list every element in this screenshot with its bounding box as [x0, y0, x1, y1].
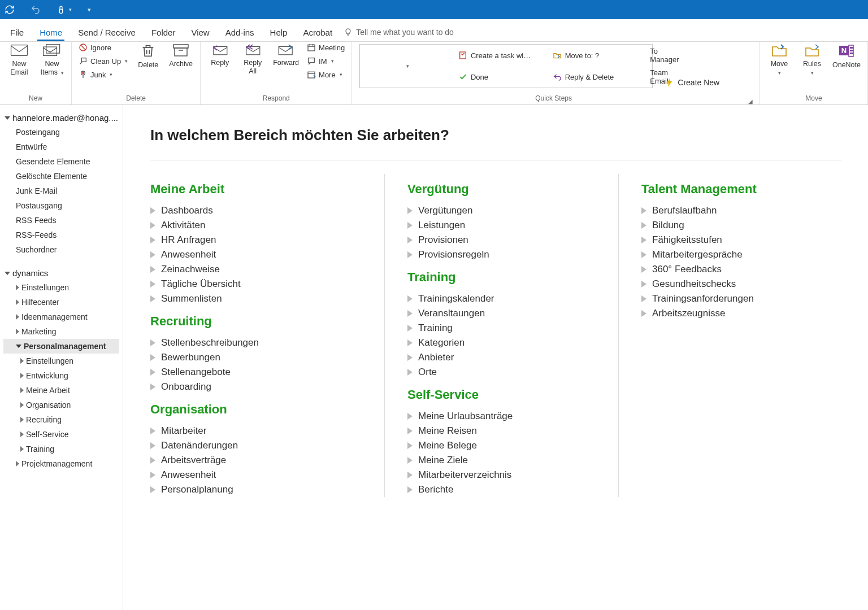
link-item[interactable]: Summenlisten [150, 291, 373, 306]
account-header[interactable]: hannelore.mader@honag.... [3, 111, 119, 125]
link-item[interactable]: Fähigkeitsstufen [641, 233, 841, 247]
nav-item[interactable]: Einstellungen [3, 280, 119, 295]
link-item[interactable]: Arbeitszeugnisse [641, 306, 841, 321]
tab-addins[interactable]: Add-ins [218, 23, 262, 41]
undo-button[interactable] [31, 5, 41, 15]
mail-folder[interactable]: RSS Feeds [3, 213, 119, 228]
link-item[interactable]: Meine Reisen [407, 424, 607, 438]
link-item[interactable]: Vergütungen [407, 203, 607, 218]
sync-button[interactable] [5, 5, 15, 15]
link-item[interactable]: Trainingskalender [407, 291, 607, 306]
nav-item[interactable]: Hilfecenter [3, 295, 119, 310]
qs-expand-button[interactable]: ▾ [359, 45, 454, 88]
link-item[interactable]: Bildung [641, 218, 841, 233]
link-item[interactable]: Tägliche Übersicht [150, 277, 373, 291]
link-item[interactable]: Gesundheitschecks [641, 277, 841, 291]
link-item[interactable]: HR Anfragen [150, 233, 373, 247]
tab-sendreceive[interactable]: Send / Receive [70, 23, 144, 41]
quicksteps-launcher[interactable]: ◢ [748, 98, 753, 104]
nav-subitem[interactable]: Meine Arbeit [3, 383, 119, 398]
link-item[interactable]: Arbeitsverträge [150, 453, 373, 468]
link-item[interactable]: Mitarbeitergespräche [641, 247, 841, 262]
mail-folder[interactable]: RSS-Feeds [3, 228, 119, 242]
link-item[interactable]: Personalplanung [150, 482, 373, 497]
tab-file[interactable]: File [2, 23, 32, 41]
link-item[interactable]: Zeinachweise [150, 262, 373, 277]
nav-personalmanagement[interactable]: Personalmanagement [3, 339, 119, 354]
link-item[interactable]: Kategorien [407, 336, 607, 350]
mail-folder[interactable]: Posteingang [3, 125, 119, 140]
rules-button[interactable]: Rules▾ [800, 43, 824, 77]
forward-button[interactable]: Forward [273, 43, 299, 67]
tab-view[interactable]: View [183, 23, 217, 41]
link-item[interactable]: Mitarbeiterverzeichnis [407, 468, 607, 482]
mail-folder[interactable]: Entwürfe [3, 140, 119, 154]
link-item[interactable]: Meine Belege [407, 438, 607, 453]
link-item[interactable]: Orte [407, 365, 607, 380]
link-item[interactable]: Training [407, 321, 607, 336]
mail-folder[interactable]: Suchordner [3, 242, 119, 257]
link-item[interactable]: Provisionsregeln [407, 247, 607, 262]
ignore-button[interactable]: Ignore [79, 43, 128, 52]
tell-me-search[interactable]: Tell me what you want to do [344, 28, 454, 41]
nav-item[interactable]: Marketing [3, 324, 119, 339]
mail-folder[interactable]: Gelöschte Elemente [3, 169, 119, 184]
qs-done[interactable]: Done [454, 66, 548, 88]
qat-customize-button[interactable]: ▾ [88, 6, 91, 14]
qs-create-new[interactable]: Create New [661, 78, 724, 90]
nav-subitem[interactable]: Training [3, 442, 119, 456]
reply-button[interactable]: Reply [207, 43, 232, 67]
link-item[interactable]: Stellenangebote [150, 365, 373, 380]
onenote-button[interactable]: N OneNote [832, 43, 861, 69]
link-item[interactable]: Stellenbeschreibungen [150, 336, 373, 350]
new-items-button[interactable]: New Items ▾ [40, 43, 64, 77]
archive-button[interactable]: Archive [168, 43, 193, 68]
link-item[interactable]: Berufslaufbahn [641, 203, 841, 218]
nav-subitem[interactable]: Organisation [3, 398, 119, 412]
link-item[interactable]: Meine Ziele [407, 453, 607, 468]
mail-folder[interactable]: Postausgang [3, 198, 119, 213]
link-item[interactable]: Anwesenheit [150, 468, 373, 482]
dynamics-header[interactable]: dynamics [3, 266, 119, 280]
link-item[interactable]: Berichte [407, 482, 607, 497]
nav-item[interactable]: Ideenmanagement [3, 310, 119, 324]
link-item[interactable]: Anbieter [407, 350, 607, 365]
link-item[interactable]: 360° Feedbacks [641, 262, 841, 277]
tab-acrobat[interactable]: Acrobat [295, 23, 340, 41]
mail-folder[interactable]: Gesendete Elemente [3, 154, 119, 169]
nav-item[interactable]: Projektmanagement [3, 456, 119, 471]
im-button[interactable]: IM▾ [307, 56, 345, 66]
qs-reply-delete[interactable]: Reply & Delete [548, 66, 643, 88]
link-item[interactable]: Aktivitäten [150, 218, 373, 233]
more-respond-button[interactable]: More▾ [307, 70, 345, 79]
nav-subitem[interactable]: Recruiting [3, 412, 119, 427]
new-email-button[interactable]: New Email [7, 43, 32, 77]
touch-mouse-mode-button[interactable]: ▾ [57, 5, 72, 15]
reply-all-button[interactable]: Reply All [240, 43, 265, 76]
nav-subitem[interactable]: Einstellungen [3, 354, 119, 368]
tab-home[interactable]: Home [32, 23, 70, 41]
mail-folder[interactable]: Junk E-Mail [3, 184, 119, 198]
nav-subitem[interactable]: Self-Service [3, 427, 119, 442]
link-item[interactable]: Mitarbeiter [150, 424, 373, 438]
qs-move-to[interactable]: Move to: ? [548, 45, 643, 66]
link-item[interactable]: Veransltaungen [407, 306, 607, 321]
tab-folder[interactable]: Folder [144, 23, 184, 41]
link-item[interactable]: Bewerbungen [150, 350, 373, 365]
qs-create-task[interactable]: Create a task wi… [454, 45, 548, 66]
qs-team-email[interactable]: Team Email [642, 66, 652, 88]
cleanup-button[interactable]: Clean Up▾ [79, 56, 128, 66]
nav-subitem[interactable]: Entwicklung [3, 368, 119, 383]
meeting-button[interactable]: Meeting [307, 43, 345, 52]
link-item[interactable]: Anwesenheit [150, 247, 373, 262]
link-item[interactable]: Trainingsanforderungen [641, 291, 841, 306]
link-item[interactable]: Provisionen [407, 233, 607, 247]
link-item[interactable]: Datenänderungen [150, 438, 373, 453]
link-item[interactable]: Leistungen [407, 218, 607, 233]
move-button[interactable]: Move▾ [767, 43, 792, 77]
link-item[interactable]: Meine Urlaubsanträge [407, 409, 607, 424]
junk-button[interactable]: Junk▾ [79, 70, 128, 79]
tab-help[interactable]: Help [262, 23, 296, 41]
link-item[interactable]: Dashboards [150, 203, 373, 218]
link-item[interactable]: Onboarding [150, 380, 373, 394]
